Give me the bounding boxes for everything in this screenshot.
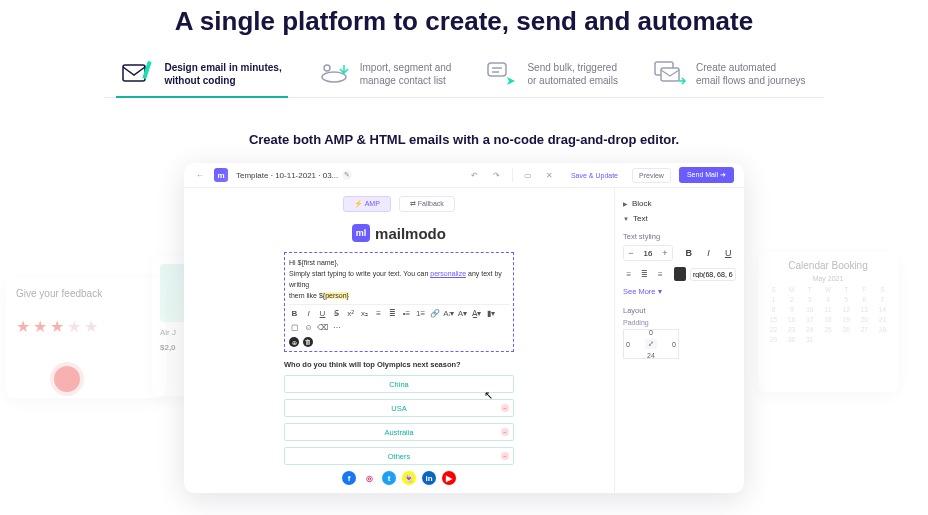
font-size-stepper[interactable]: − +	[623, 245, 673, 261]
undo-icon[interactable]: ↶	[468, 168, 482, 182]
richtext-block[interactable]: Hi ${first name}, Simply start typing to…	[284, 252, 514, 352]
list-number-icon[interactable]: 1≡	[415, 308, 426, 319]
poll-option[interactable]: USA−	[284, 399, 514, 417]
svg-rect-8	[661, 68, 679, 81]
pad-link-icon[interactable]: ⤢	[645, 339, 657, 349]
tab-send-bulk[interactable]: Send bulk, triggeredor automated emails	[487, 61, 618, 87]
remove-option-icon[interactable]: −	[501, 428, 509, 436]
bold-icon[interactable]: B	[289, 308, 300, 319]
pad-left[interactable]: 0	[626, 341, 630, 348]
tab-label: Import, segment andmanage contact list	[360, 61, 452, 87]
pad-bottom[interactable]: 24	[647, 352, 655, 359]
facebook-icon[interactable]: f	[342, 471, 356, 485]
text-line[interactable]: Simply start typing to write your text. …	[289, 268, 509, 290]
poll-option[interactable]: Others−	[284, 447, 514, 465]
personalize-link[interactable]: personalize	[430, 270, 466, 277]
pad-right[interactable]: 0	[672, 341, 676, 348]
accordion-text[interactable]: ▼Text	[623, 211, 736, 226]
bg-color-icon[interactable]: ▮▾	[485, 308, 496, 319]
align-center-button[interactable]: ≣	[639, 267, 651, 281]
underline-icon[interactable]: U	[317, 308, 328, 319]
section-layout: Layout	[623, 306, 736, 315]
redo-icon[interactable]: ↷	[490, 168, 504, 182]
italic-button[interactable]: I	[701, 245, 717, 261]
accordion-block[interactable]: ▶Block	[623, 196, 736, 211]
feedback-title: Give your feedback	[16, 288, 156, 299]
poll-option[interactable]: Australia−	[284, 423, 514, 441]
poll-question: Who do you think will top Olympics next …	[284, 360, 514, 369]
preview-button[interactable]: Preview	[632, 168, 671, 183]
shuffle-icon[interactable]: ✕	[543, 168, 557, 182]
padding-label: Padding	[623, 319, 736, 326]
font-family-icon[interactable]: Aᵢ▾	[443, 308, 454, 319]
app-logo-icon: m	[214, 168, 228, 182]
padding-control[interactable]: 0 24 0 0 ⤢	[623, 329, 679, 359]
more-icon[interactable]: ⋯	[331, 322, 342, 333]
emoji-icon[interactable]: ☺	[303, 322, 314, 333]
send-mail-button[interactable]: Send Mail ➜	[679, 167, 734, 183]
tab-design-email[interactable]: Design email in minutes,without coding	[122, 61, 281, 87]
inline-format-toolbar: B I U S̶ x² x₂ ≡ ≣ •≡ 1≡ 🔗 Aᵢ▾ A▾ A̲▾	[289, 304, 509, 333]
section-text-styling: Text styling	[623, 232, 736, 241]
back-button[interactable]: ←	[194, 169, 206, 181]
align-right-button[interactable]: ≡	[655, 267, 667, 281]
bold-button[interactable]: B	[681, 245, 697, 261]
envelope-pencil-icon	[122, 61, 154, 87]
svg-point-2	[322, 72, 346, 82]
edit-name-icon[interactable]: ✎	[342, 170, 352, 180]
chat-send-icon	[487, 61, 517, 87]
tab-import-segment[interactable]: Import, segment andmanage contact list	[318, 61, 452, 87]
superscript-icon[interactable]: x²	[345, 308, 356, 319]
align-left-button[interactable]: ≡	[623, 267, 635, 281]
subscript-icon[interactable]: x₂	[359, 308, 370, 319]
remove-option-icon[interactable]: −	[501, 452, 509, 460]
text-line[interactable]: Hi ${first name},	[289, 257, 509, 268]
youtube-icon[interactable]: ▶	[442, 471, 456, 485]
underline-button[interactable]: U	[720, 245, 736, 261]
italic-icon[interactable]: I	[303, 308, 314, 319]
pad-top[interactable]: 0	[649, 329, 653, 336]
block-move-icon[interactable]: ⊕	[289, 337, 299, 347]
twitter-icon[interactable]: t	[382, 471, 396, 485]
font-size-icon[interactable]: A▾	[457, 308, 468, 319]
tab-automation[interactable]: Create automatedemail flows and journeys	[654, 61, 806, 87]
decrement-button[interactable]: −	[624, 246, 638, 260]
text-color-swatch[interactable]	[674, 267, 686, 281]
block-delete-icon[interactable]: 🗑	[303, 337, 313, 347]
device-preview-icon[interactable]: ▭	[521, 168, 535, 182]
align-center-icon[interactable]: ≣	[387, 308, 398, 319]
calendar-title: Calendar Booking	[766, 260, 890, 271]
snapchat-icon[interactable]: 👻	[402, 471, 416, 485]
email-brand: mlmailmodo	[284, 224, 514, 242]
font-size-input[interactable]	[638, 249, 658, 258]
social-row: f◎t👻in▶	[284, 471, 514, 485]
see-more-link[interactable]: See More ▾	[623, 287, 736, 296]
remove-option-icon[interactable]: −	[501, 404, 509, 412]
properties-panel: ▶Block ▼Text Text styling − + B I U ≡ ≣ …	[614, 188, 744, 493]
strike-icon[interactable]: S̶	[331, 308, 342, 319]
list-bullet-icon[interactable]: •≡	[401, 308, 412, 319]
poll-option[interactable]: China	[284, 375, 514, 393]
linkedin-icon[interactable]: in	[422, 471, 436, 485]
star-rating: ★★★★★	[16, 317, 156, 336]
clear-format-icon[interactable]: ⌫	[317, 322, 328, 333]
editor-canvas[interactable]: ⚡ AMP ⇄ Fallback mlmailmodo Hi ${first n…	[184, 188, 614, 493]
font-color-icon[interactable]: A̲▾	[471, 308, 482, 319]
chevron-down-icon: ▼	[623, 216, 629, 222]
canvas-tab-amp[interactable]: ⚡ AMP	[343, 196, 391, 212]
hero-title: A single platform to create, send and au…	[0, 0, 928, 37]
tab-label: Create automatedemail flows and journeys	[696, 61, 806, 87]
color-hex-input[interactable]	[690, 268, 736, 281]
section-subheading: Create both AMP & HTML emails with a no-…	[0, 132, 928, 147]
increment-button[interactable]: +	[658, 246, 672, 260]
record-icon	[54, 366, 80, 392]
save-button[interactable]: Save & Update	[565, 169, 624, 182]
svg-rect-0	[123, 65, 145, 81]
canvas-tab-fallback[interactable]: ⇄ Fallback	[399, 196, 455, 212]
instagram-icon[interactable]: ◎	[362, 471, 376, 485]
insert-image-icon[interactable]: ▢	[289, 322, 300, 333]
align-left-icon[interactable]: ≡	[373, 308, 384, 319]
text-line[interactable]: them like ${person}	[289, 290, 509, 301]
template-name[interactable]: Template · 10-11-2021 · 03...✎	[236, 170, 352, 180]
link-icon[interactable]: 🔗	[429, 308, 440, 319]
